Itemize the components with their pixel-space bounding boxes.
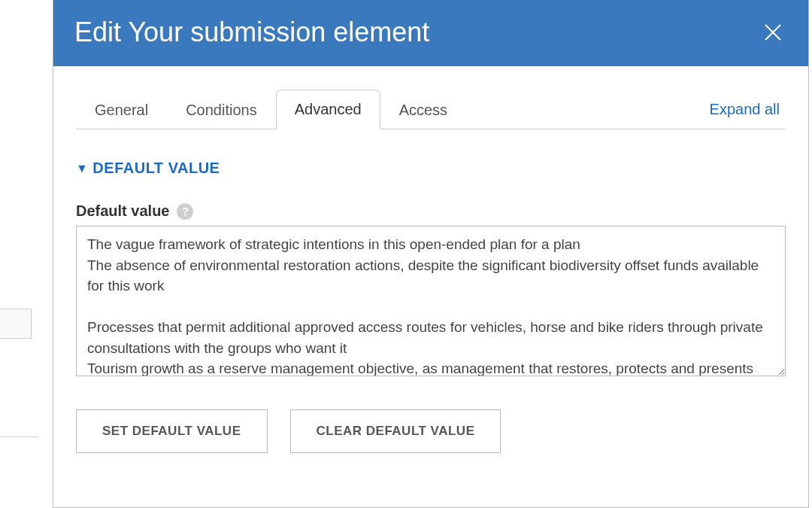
tab-advanced[interactable]: Advanced [276,90,380,129]
expand-all-label: Expand all [710,101,780,117]
default-value-textarea-wrap [76,226,786,379]
tab-label: Access [399,102,447,118]
page-root: TS Edit Your submission element General … [0,0,812,508]
section-heading-label: DEFAULT VALUE [92,160,220,177]
edit-element-modal: Edit Your submission element General Con… [53,0,809,508]
tab-label: General [95,102,148,118]
help-icon[interactable]: ? [177,203,193,220]
button-row: SET DEFAULT VALUE CLEAR DEFAULT VALUE [76,409,786,453]
background-sidebar: TS [0,0,53,508]
button-label: SET DEFAULT VALUE [102,424,241,438]
field-label-row: Default value ? [76,202,786,220]
close-icon[interactable] [760,20,786,45]
default-value-field-label: Default value [76,202,169,220]
modal-title: Edit Your submission element [74,17,429,48]
clear-default-value-button[interactable]: CLEAR DEFAULT VALUE [290,409,501,453]
set-default-value-button[interactable]: SET DEFAULT VALUE [76,409,268,453]
tab-row: General Conditions Advanced Access Expan… [76,89,786,129]
section-default-value-heading[interactable]: ▼ DEFAULT VALUE [76,160,786,177]
button-label: CLEAR DEFAULT VALUE [317,424,475,438]
modal-header: Edit Your submission element [53,0,808,66]
tab-general[interactable]: General [76,90,167,129]
caret-down-icon: ▼ [76,162,88,175]
tab-label: Advanced [295,101,362,117]
sidebar-fragment-divider [0,437,38,437]
default-value-textarea[interactable] [76,226,786,376]
sidebar-fragment-box [0,309,32,339]
tab-conditions[interactable]: Conditions [167,90,276,129]
expand-all-link[interactable]: Expand all [704,90,786,129]
tab-access[interactable]: Access [380,90,466,129]
modal-body: General Conditions Advanced Access Expan… [53,66,808,507]
tab-label: Conditions [186,102,257,118]
